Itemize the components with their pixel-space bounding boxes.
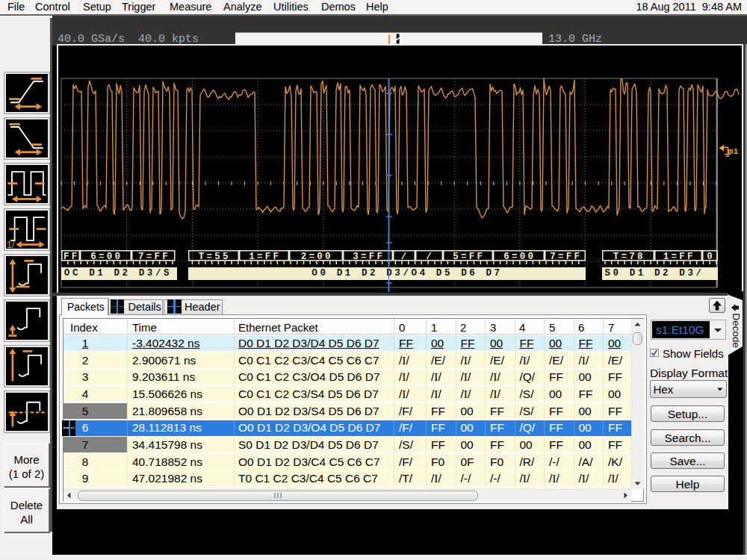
svg-text:Decode: Decode (731, 314, 742, 349)
